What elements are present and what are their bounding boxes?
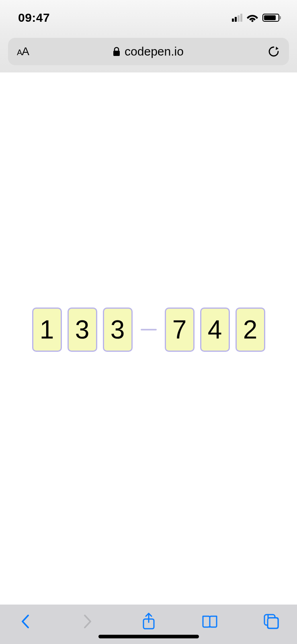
page-content: 1 3 3 7 4 2: [0, 72, 297, 605]
status-time: 09:47: [18, 11, 50, 25]
otp-digit-4[interactable]: 7: [165, 308, 195, 352]
status-bar: 09:47: [0, 0, 297, 35]
reload-button[interactable]: [267, 45, 280, 58]
back-button[interactable]: [17, 613, 35, 630]
otp-digit-3[interactable]: 3: [103, 308, 133, 352]
cellular-signal-icon: [232, 14, 242, 22]
reader-mode-button[interactable]: AA: [17, 45, 29, 58]
bookmarks-button[interactable]: [201, 613, 219, 630]
otp-digit-1[interactable]: 1: [32, 308, 62, 352]
forward-button: [78, 613, 96, 630]
lock-icon: [113, 47, 121, 56]
wifi-icon: [246, 13, 258, 22]
otp-digit-6[interactable]: 2: [236, 308, 265, 352]
url-text: codepen.io: [125, 45, 184, 58]
otp-digit-2[interactable]: 3: [68, 308, 97, 352]
share-button[interactable]: [140, 613, 158, 630]
battery-icon: [262, 14, 281, 22]
otp-input-group: 1 3 3 7 4 2: [32, 308, 265, 352]
status-icons: [232, 13, 281, 22]
tabs-button[interactable]: [262, 613, 280, 630]
otp-separator: [141, 329, 157, 330]
browser-chrome: AA codepen.io: [0, 35, 297, 73]
otp-digit-5[interactable]: 4: [200, 308, 230, 352]
svg-point-0: [252, 20, 254, 22]
svg-rect-1: [113, 51, 120, 56]
address-bar[interactable]: AA codepen.io: [8, 38, 289, 65]
url-display[interactable]: codepen.io: [113, 45, 184, 58]
svg-rect-4: [268, 618, 278, 628]
home-indicator[interactable]: [98, 635, 199, 638]
